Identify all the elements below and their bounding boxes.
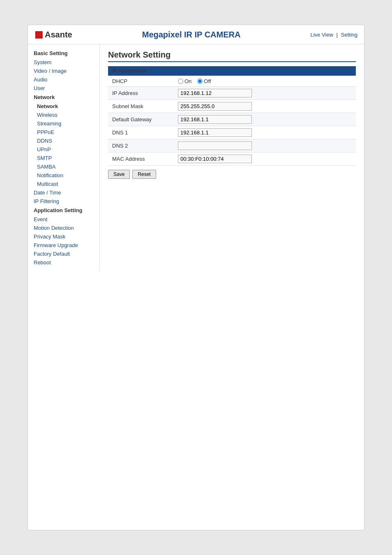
dns2-input[interactable] <box>178 141 252 150</box>
sidebar-item-user[interactable]: User <box>28 84 99 92</box>
sidebar-item-multicast[interactable]: Multicast <box>28 180 99 188</box>
subnet-mask-row: Subnet Mask <box>108 100 356 113</box>
dns2-cell <box>174 139 356 153</box>
ip-address-row: IP Address <box>108 87 356 100</box>
page-wrapper: ▩ Asante Megapixel IR IP CAMERA Live Vie… <box>0 0 392 555</box>
nav-separator: | <box>337 32 338 38</box>
sidebar-item-network[interactable]: Network <box>28 102 99 111</box>
dhcp-on-radio[interactable] <box>178 79 183 84</box>
application-setting-title: Application Setting <box>28 206 99 215</box>
dhcp-off-label[interactable]: Off <box>197 78 211 84</box>
sidebar-item-reboot[interactable]: Reboot <box>28 258 99 267</box>
sidebar-item-ddns[interactable]: DDNS <box>28 136 99 145</box>
default-gateway-label: Default Gateway <box>108 113 174 126</box>
network-settings-table: IP Assignment DHCP On <box>108 66 356 166</box>
basic-setting-title: Basic Setting <box>28 49 99 58</box>
sidebar-item-system[interactable]: System <box>28 58 99 67</box>
sidebar-item-motion-detection[interactable]: Motion Detection <box>28 224 99 232</box>
dns2-label: DNS 2 <box>108 139 174 153</box>
dhcp-label: DHCP <box>108 76 174 87</box>
mac-address-row: MAC Address <box>108 153 356 166</box>
sidebar-item-event[interactable]: Event <box>28 215 99 224</box>
page-title: Megapixel IR IP CAMERA <box>72 30 311 39</box>
sidebar-item-smtp[interactable]: SMTP <box>28 154 99 162</box>
live-view-link[interactable]: Live View <box>310 32 333 38</box>
main-content: Network Setting IP Assignment DHCP On <box>100 44 364 271</box>
dhcp-off-text: Off <box>204 78 211 84</box>
default-gateway-row: Default Gateway <box>108 113 356 126</box>
dhcp-row: DHCP On Off <box>108 76 356 87</box>
sidebar: Basic Setting System Video / Image Audio… <box>28 44 100 271</box>
save-button[interactable]: Save <box>108 170 130 179</box>
dns1-cell <box>174 126 356 139</box>
network-section-title: Network <box>28 92 99 102</box>
sidebar-item-factory-default[interactable]: Factory Default <box>28 250 99 258</box>
sidebar-item-streaming[interactable]: Streaming <box>28 119 99 128</box>
dhcp-radio-group: On Off <box>178 78 352 84</box>
default-gateway-input[interactable] <box>178 115 252 124</box>
mac-address-cell <box>174 153 356 166</box>
dhcp-value-cell: On Off <box>174 76 356 87</box>
main-container: ▩ Asante Megapixel IR IP CAMERA Live Vie… <box>28 25 364 530</box>
ip-address-cell <box>174 87 356 100</box>
setting-link[interactable]: Setting <box>341 32 357 38</box>
mac-address-label: MAC Address <box>108 153 174 166</box>
subnet-mask-label: Subnet Mask <box>108 100 174 113</box>
ip-assignment-header-row: IP Assignment <box>108 66 356 76</box>
dns1-input[interactable] <box>178 128 252 137</box>
ip-address-label: IP Address <box>108 87 174 100</box>
sidebar-item-privacy-mask[interactable]: Privacy Mask <box>28 232 99 241</box>
dns1-label: DNS 1 <box>108 126 174 139</box>
sidebar-item-pppoe[interactable]: PPPoE <box>28 128 99 136</box>
sidebar-item-upnp[interactable]: UPnP <box>28 145 99 154</box>
ip-address-input[interactable] <box>178 89 252 97</box>
dns1-row: DNS 1 <box>108 126 356 139</box>
header-nav: Live View | Setting <box>310 32 357 38</box>
logo-icon: ▩ <box>35 29 43 40</box>
subnet-mask-input[interactable] <box>178 102 252 111</box>
sidebar-item-samba[interactable]: SAMBA <box>28 162 99 171</box>
reset-button[interactable]: Reset <box>132 170 156 179</box>
sidebar-item-video-image[interactable]: Video / Image <box>28 67 99 75</box>
sidebar-item-ip-filtering[interactable]: IP Filtering <box>28 197 99 206</box>
sidebar-item-notification[interactable]: Notification <box>28 171 99 180</box>
sidebar-item-firmware-upgrade[interactable]: Firmware Upgrade <box>28 241 99 250</box>
logo-text: Asante <box>45 30 72 39</box>
dhcp-on-label[interactable]: On <box>178 78 191 84</box>
button-group: Save Reset <box>108 170 356 179</box>
sidebar-item-audio[interactable]: Audio <box>28 75 99 84</box>
header: ▩ Asante Megapixel IR IP CAMERA Live Vie… <box>28 25 364 44</box>
content-area: Basic Setting System Video / Image Audio… <box>28 44 364 271</box>
dhcp-off-radio[interactable] <box>197 79 203 84</box>
logo: ▩ Asante <box>35 29 72 40</box>
sidebar-item-date-time[interactable]: Date / Time <box>28 188 99 197</box>
dhcp-on-text: On <box>184 78 191 84</box>
mac-address-input[interactable] <box>178 155 252 163</box>
section-title: Network Setting <box>108 50 356 62</box>
dns2-row: DNS 2 <box>108 139 356 153</box>
ip-assignment-header: IP Assignment <box>108 66 356 76</box>
default-gateway-cell <box>174 113 356 126</box>
subnet-mask-cell <box>174 100 356 113</box>
sidebar-item-wireless[interactable]: Wireless <box>28 111 99 119</box>
